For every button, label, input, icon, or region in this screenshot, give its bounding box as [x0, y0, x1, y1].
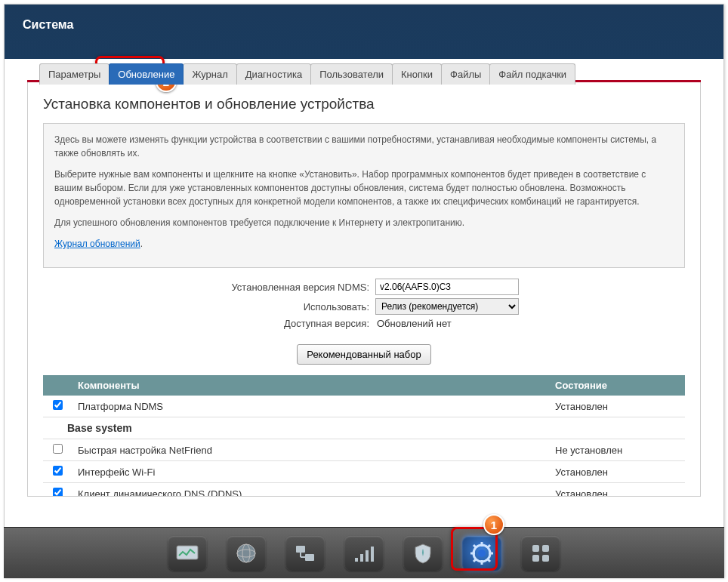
nav-apps-button[interactable] [521, 536, 560, 571]
shield-icon [414, 543, 432, 564]
row-checkbox[interactable] [53, 400, 63, 410]
components-table: Компоненты Состояние Платформа NDMS Уста… [43, 375, 685, 497]
apps-icon [531, 544, 551, 563]
svg-line-20 [487, 545, 490, 548]
svg-rect-4 [296, 546, 305, 553]
signal-icon [353, 544, 375, 562]
label-available: Доступная версия: [209, 318, 375, 329]
svg-point-1 [237, 544, 255, 562]
row-name: Платформа NDMS [72, 396, 549, 417]
tab-diagnostics[interactable]: Диагностика [236, 63, 311, 85]
globe-icon [236, 543, 257, 564]
bottom-bar [4, 527, 724, 578]
col-components: Компоненты [72, 375, 549, 396]
page-title: Установка компонентов и обновление устро… [43, 96, 685, 112]
svg-rect-23 [542, 545, 549, 552]
table-row: Быстрая настройка NetFriend Не установле… [43, 439, 685, 461]
table-row: Платформа NDMS Установлен [43, 396, 685, 417]
info-box: Здесь вы можете изменять функции устройс… [43, 123, 685, 268]
nav-globe-button[interactable] [227, 536, 266, 571]
info-text-3: Для успешного обновления компонентов тре… [54, 216, 674, 229]
row-status: Установлен [549, 396, 685, 417]
nav-shield-button[interactable] [403, 536, 443, 571]
svg-rect-22 [532, 545, 539, 552]
nav-monitor-button[interactable] [168, 536, 207, 571]
tab-update[interactable]: Обновление [109, 63, 184, 85]
header: Система [5, 5, 723, 59]
col-status: Состояние [549, 375, 685, 396]
svg-rect-8 [355, 558, 358, 562]
tabs: Параметры Обновление Журнал Диагностика … [39, 63, 575, 85]
gear-icon [470, 542, 493, 565]
select-use[interactable]: Релиз (рекомендуется) [375, 298, 519, 315]
info-text-2: Выберите нужные вам компоненты и щелкнит… [54, 168, 674, 208]
row-checkbox[interactable] [53, 444, 63, 454]
nav-signal-button[interactable] [344, 536, 384, 571]
header-title: Система [23, 18, 723, 32]
svg-point-13 [478, 550, 486, 557]
tab-log[interactable]: Журнал [183, 63, 236, 85]
value-available: Обновлений нет [375, 318, 452, 329]
nav-network-button[interactable] [285, 536, 325, 571]
table-row: Клиент динамического DNS (DDNS) Установл… [43, 483, 685, 497]
row-name: Интерфейс Wi-Fi [72, 461, 549, 483]
row-name: Клиент динамического DNS (DDNS) [72, 483, 549, 497]
svg-rect-11 [371, 547, 374, 562]
tab-users[interactable]: Пользователи [310, 63, 393, 85]
info-text-1: Здесь вы можете изменять функции устройс… [54, 133, 674, 160]
version-form: Установленная версия NDMS: Использовать:… [209, 279, 519, 329]
svg-rect-24 [532, 555, 539, 562]
row-checkbox[interactable] [53, 488, 63, 497]
recommended-set-button[interactable]: Рекомендованный набор [297, 344, 430, 365]
row-status: Не установлен [549, 439, 685, 461]
network-icon [294, 544, 316, 562]
svg-line-18 [474, 545, 477, 548]
input-installed[interactable] [375, 279, 519, 295]
tab-files[interactable]: Файлы [441, 63, 490, 85]
main-window: Система Параметры Обновление Журнал Диаг… [4, 4, 724, 577]
row-name: Быстрая настройка NetFriend [72, 439, 549, 461]
monitor-icon [176, 545, 199, 562]
table-row: Интерфейс Wi-Fi Установлен [43, 461, 685, 483]
svg-line-19 [487, 559, 490, 562]
nav-settings-button[interactable] [462, 536, 501, 571]
tab-swap[interactable]: Файл подкачки [489, 63, 575, 85]
changelog-link[interactable]: Журнал обновлений [54, 239, 140, 249]
tab-parameters[interactable]: Параметры [39, 63, 110, 85]
section-base-system: Base system [43, 417, 685, 439]
row-status: Установлен [549, 461, 685, 483]
svg-line-21 [474, 559, 477, 562]
content: Установка компонентов и обновление устро… [27, 82, 701, 497]
label-installed: Установленная версия NDMS: [209, 282, 375, 293]
svg-rect-9 [360, 554, 363, 562]
svg-rect-25 [542, 555, 549, 562]
row-checkbox[interactable] [53, 466, 63, 476]
tab-buttons[interactable]: Кнопки [392, 63, 442, 85]
table-header: Компоненты Состояние [43, 375, 685, 396]
row-status: Установлен [549, 483, 685, 497]
svg-rect-10 [366, 550, 369, 562]
label-use: Использовать: [209, 301, 375, 313]
